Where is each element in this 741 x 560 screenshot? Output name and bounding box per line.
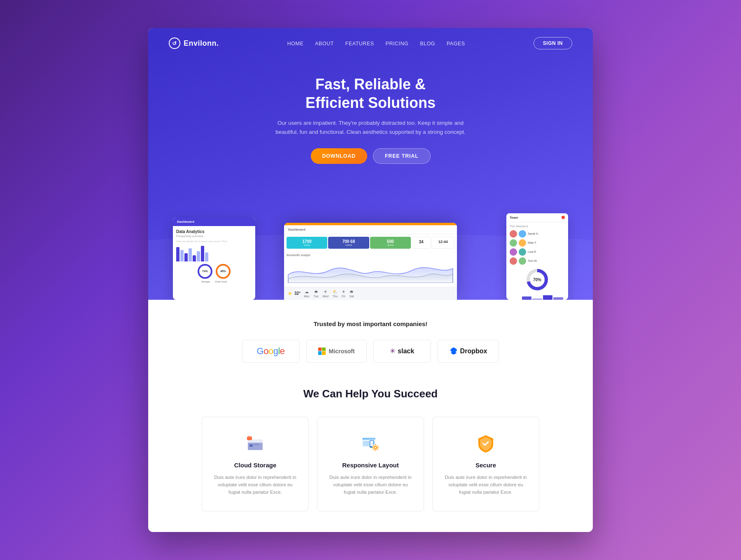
hero-title: Fast, Reliable & Efficient Solutions: [156, 75, 585, 112]
svg-rect-7: [254, 446, 258, 447]
logo[interactable]: ↺ Envilonn.: [169, 37, 219, 49]
rain-icon-2: 🌧: [350, 289, 354, 294]
team-name-4: Tom W.: [528, 259, 537, 262]
team-row-2: Mike T.: [510, 239, 565, 247]
hero-section: ↺ Envilonn. HOME ABOUT FEATURES PRICING …: [148, 28, 593, 299]
nav-item-pricing[interactable]: PRICING: [386, 40, 409, 47]
help-cards: Cloud Storage Duis aute irure dolor in r…: [165, 417, 576, 511]
dropbox-logo: Dropbox: [450, 346, 487, 356]
avatar-4: [519, 239, 526, 247]
svg-rect-6: [254, 444, 259, 445]
rain-icon: 🌧: [314, 289, 318, 294]
sun-icon: ☀: [287, 290, 293, 297]
bar-7: [201, 246, 204, 261]
avatar-2: [519, 230, 526, 238]
nav-item-about[interactable]: ABOUT: [315, 40, 334, 47]
mockup-chart-area: Bandwidth analytic: [284, 251, 457, 287]
responsive-layout-text: Duis aute irure dolor in reprehenderit i…: [329, 474, 412, 496]
avatar-3: [510, 239, 517, 247]
team-name-1: Sarah K.: [528, 232, 539, 235]
svg-rect-22: [375, 450, 376, 451]
chart-wave: [287, 258, 454, 283]
label-storage: Storage: [201, 280, 210, 283]
ms-red: [318, 348, 322, 351]
trusted-title: Trusted by most important companies!: [165, 320, 576, 327]
hero-content: Fast, Reliable & Efficient Solutions Our…: [148, 58, 593, 163]
svg-text:70%: 70%: [533, 278, 541, 282]
bar-1: [176, 247, 179, 261]
cloud-storage-card: Cloud Storage Duis aute irure dolor in r…: [202, 417, 309, 511]
cloud-icon-2: ⛅: [333, 289, 338, 294]
avatar-6: [519, 248, 526, 256]
google-logo: Google: [257, 346, 285, 357]
nav-item-blog[interactable]: BLOG: [420, 40, 435, 47]
team-row-4: Tom W.: [510, 257, 565, 265]
mockup-right-header: Team: [506, 213, 568, 222]
ms-yellow: [322, 351, 325, 355]
svg-rect-13: [363, 439, 365, 439]
team-row-3: Lisa R.: [510, 248, 565, 256]
slack-logo: ✳ slack: [390, 347, 414, 355]
avatar-1: [510, 230, 517, 238]
avatar-5: [510, 248, 517, 256]
stat-clients: 500 clients: [370, 237, 411, 249]
weather-item-1: ☁ Mon: [304, 289, 310, 298]
company-logos: Google Microsoft ✳: [165, 340, 576, 363]
stat-views: 1700 views: [287, 237, 327, 249]
mockup-right-card: Team This Weekend Sarah K. Mike T.: [506, 213, 568, 300]
cloud-storage-text: Duis aute irure dolor in reprehenderit i…: [214, 474, 297, 496]
secure-title: Secure: [444, 462, 527, 469]
navigation: ↺ Envilonn. HOME ABOUT FEATURES PRICING …: [148, 28, 593, 58]
hero-subtitle: Our users are impatient. They're probabl…: [272, 119, 469, 136]
google-logo-box: Google: [242, 340, 300, 363]
svg-rect-21: [375, 444, 376, 446]
dashboard-mockup: Dashboard Data Analytics Productivity ov…: [148, 184, 593, 300]
circle-labels: Storage Chart Goal: [176, 280, 252, 283]
svg-rect-17: [370, 441, 373, 446]
signin-button[interactable]: SIGN IN: [534, 37, 572, 49]
microsoft-text: Microsoft: [329, 348, 355, 355]
ms-blue: [318, 351, 322, 355]
dropbox-icon: [450, 346, 458, 356]
donut-chart: 70%: [510, 267, 565, 292]
mockup-stats-row: 1700 views 700 68 media 500 clients 34: [284, 234, 457, 251]
weather-item-2: 🌧 Tue: [314, 289, 319, 298]
nav-item-home[interactable]: HOME: [287, 40, 304, 47]
weather-temp: 32°: [294, 291, 301, 296]
mini-bar-2: [522, 296, 532, 300]
free-trial-button[interactable]: FREE TRIAL: [373, 148, 431, 164]
secure-card: Secure Duis aute irure dolor in reprehen…: [432, 417, 539, 511]
stat-time: 12:44: [431, 237, 454, 249]
page-wrapper: ↺ Envilonn. HOME ABOUT FEATURES PRICING …: [148, 28, 593, 532]
avatar-7: [510, 257, 517, 265]
trusted-section: Trusted by most important companies! Goo…: [148, 300, 593, 379]
sun-icon-3: ☀: [342, 289, 345, 294]
help-title: We Can Help You Succeed: [165, 387, 576, 400]
mini-bar-3: [532, 299, 542, 300]
weather-item-6: 🌧 Sat: [350, 289, 354, 298]
circle-1: 74%: [198, 264, 212, 279]
logo-text: Envilonn.: [184, 39, 219, 48]
mockup-left-header: Dashboard: [173, 217, 255, 226]
nav-item-pages[interactable]: PAGES: [447, 40, 465, 47]
mock-sub: Productivity overview: [176, 235, 252, 238]
weather-item-3: ☀ Wed: [323, 289, 329, 298]
logo-icon: ↺: [169, 37, 180, 49]
dropbox-text: Dropbox: [460, 348, 487, 355]
mockup-left-card: Dashboard Data Analytics Productivity ov…: [173, 217, 255, 300]
stat-extra: 34: [412, 237, 431, 249]
mock-title: Data Analytics: [176, 229, 252, 234]
secure-icon: [474, 432, 497, 455]
download-button[interactable]: DOWNLOAD: [311, 148, 367, 164]
weather-item-5: ☀ Fri: [342, 289, 345, 298]
slack-icon: ✳: [390, 347, 395, 355]
microsoft-logo: Microsoft: [318, 348, 355, 355]
team-name-2: Mike T.: [528, 241, 537, 244]
cloud-storage-title: Cloud Storage: [214, 462, 297, 469]
dropbox-logo-box: Dropbox: [438, 340, 499, 363]
nav-item-features[interactable]: FEATURES: [345, 40, 374, 47]
donut-svg: 70%: [525, 267, 550, 292]
bar-2: [180, 250, 184, 261]
ms-grid: [318, 348, 326, 355]
team-subtitle: This Weekend: [510, 225, 565, 228]
